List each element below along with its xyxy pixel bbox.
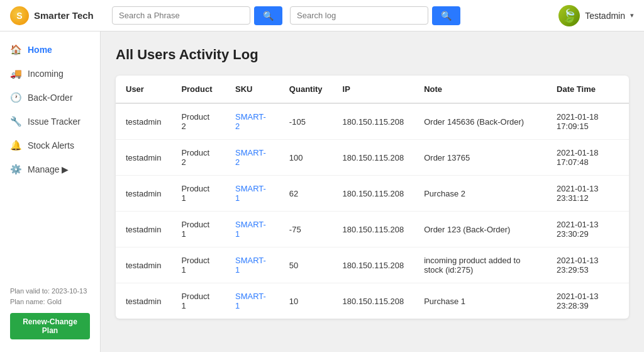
- cell-ip: 180.150.115.208: [333, 176, 414, 212]
- table-row: testadminProduct 2SMART-2100180.150.115.…: [116, 140, 629, 176]
- incoming-icon: 🚚: [10, 68, 21, 79]
- cell-user: testadmin: [116, 283, 171, 319]
- sidebar-item-incoming-label: Incoming: [28, 69, 64, 79]
- sidebar-item-home[interactable]: 🏠 Home: [0, 38, 100, 62]
- phrase-search-group: 🔍: [112, 6, 282, 25]
- issue-tracker-icon: 🔧: [10, 116, 21, 127]
- sidebar-item-stock-alerts-label: Stock Alerts: [28, 140, 74, 150]
- cell-note: Purchase 1: [414, 283, 547, 319]
- cell-quantity: 100: [279, 140, 333, 176]
- cell-sku[interactable]: SMART-1: [225, 283, 279, 319]
- sidebar-item-issue-tracker-label: Issue Tracker: [28, 116, 80, 127]
- col-header-product: Product: [171, 76, 225, 103]
- sidebar-bottom: Plan valid to: 2023-10-13 Plan name: Gol…: [0, 280, 100, 346]
- cell-product: Product 1: [171, 176, 225, 212]
- search-log-icon: 🔍: [441, 11, 452, 21]
- sidebar-item-manage-label: Manage ▶: [28, 164, 69, 174]
- cell-quantity: -105: [279, 103, 333, 140]
- cell-sku[interactable]: SMART-2: [225, 140, 279, 176]
- user-menu[interactable]: 🍃 Testadmin ▾: [558, 5, 634, 26]
- cell-quantity: 10: [279, 283, 333, 319]
- cell-user: testadmin: [116, 103, 171, 140]
- sku-link[interactable]: SMART-2: [235, 112, 266, 131]
- col-header-sku: SKU: [225, 76, 279, 103]
- cell-ip: 180.150.115.208: [333, 103, 414, 140]
- cell-datetime: 2021-01-18 17:09:15: [547, 103, 629, 140]
- cell-sku[interactable]: SMART-1: [225, 247, 279, 283]
- table-row: testadminProduct 1SMART-162180.150.115.2…: [116, 176, 629, 212]
- search-phrase-button[interactable]: 🔍: [254, 6, 282, 25]
- sku-link[interactable]: SMART-1: [235, 256, 266, 275]
- sidebar-item-home-label: Home: [28, 45, 52, 55]
- cell-note: incoming product added to stock (id:275): [414, 247, 547, 283]
- search-phrase-input[interactable]: [112, 6, 250, 25]
- sku-link[interactable]: SMART-1: [235, 184, 266, 203]
- main-content: All Users Activity Log User Product SKU …: [101, 31, 644, 352]
- sidebar-item-stock-alerts[interactable]: 🔔 Stock Alerts: [0, 133, 100, 157]
- cell-note: Order 145636 (Back-Order): [414, 103, 547, 140]
- table-row: testadminProduct 1SMART-110180.150.115.2…: [116, 283, 629, 319]
- cell-note: Order 123 (Back-Order): [414, 212, 547, 247]
- main-layout: 🏠 Home 🚚 Incoming 🕐 Back-Order 🔧 Issue T…: [0, 31, 644, 352]
- sidebar-item-incoming[interactable]: 🚚 Incoming: [0, 62, 100, 86]
- search-phrase-icon: 🔍: [263, 11, 274, 21]
- col-header-quantity: Quantity: [279, 76, 333, 103]
- sidebar-item-issue-tracker[interactable]: 🔧 Issue Tracker: [0, 110, 100, 133]
- sku-link[interactable]: SMART-1: [235, 220, 266, 239]
- sidebar-item-manage[interactable]: ⚙️ Manage ▶: [0, 157, 100, 181]
- manage-icon: ⚙️: [10, 164, 21, 175]
- cell-quantity: 50: [279, 247, 333, 283]
- table-row: testadminProduct 2SMART-2-105180.150.115…: [116, 103, 629, 140]
- activity-log-table: User Product SKU Quantity IP Note Date T…: [116, 76, 629, 319]
- cell-datetime: 2021-01-13 23:31:12: [547, 176, 629, 212]
- cell-product: Product 1: [171, 212, 225, 247]
- avatar: 🍃: [558, 5, 580, 26]
- log-search-group: 🔍: [290, 6, 460, 25]
- chevron-down-icon: ▾: [630, 11, 634, 20]
- cell-product: Product 2: [171, 103, 225, 140]
- stock-alerts-icon: 🔔: [10, 140, 21, 151]
- plan-valid-label: Plan valid to: 2023-10-13: [10, 286, 90, 297]
- cell-ip: 180.150.115.208: [333, 212, 414, 247]
- search-log-button[interactable]: 🔍: [432, 6, 460, 25]
- cell-sku[interactable]: SMART-1: [225, 212, 279, 247]
- cell-user: testadmin: [116, 212, 171, 247]
- cell-note: Purchase 2: [414, 176, 547, 212]
- renew-change-plan-button[interactable]: Renew-Change Plan: [10, 313, 90, 339]
- table-row: testadminProduct 1SMART-150180.150.115.2…: [116, 247, 629, 283]
- back-order-icon: 🕐: [10, 92, 21, 103]
- cell-ip: 180.150.115.208: [333, 247, 414, 283]
- table-body: testadminProduct 2SMART-2-105180.150.115…: [116, 103, 629, 319]
- logo-text: Smarter Tech: [34, 10, 94, 21]
- cell-user: testadmin: [116, 247, 171, 283]
- cell-product: Product 1: [171, 283, 225, 319]
- activity-log-table-card: User Product SKU Quantity IP Note Date T…: [116, 76, 629, 319]
- cell-datetime: 2021-01-13 23:29:53: [547, 247, 629, 283]
- cell-sku[interactable]: SMART-2: [225, 103, 279, 140]
- cell-datetime: 2021-01-13 23:28:39: [547, 283, 629, 319]
- sidebar-item-back-order-label: Back-Order: [28, 93, 73, 103]
- cell-user: testadmin: [116, 140, 171, 176]
- col-header-datetime: Date Time: [547, 76, 629, 103]
- page-title: All Users Activity Log: [116, 47, 629, 63]
- cell-datetime: 2021-01-13 23:30:29: [547, 212, 629, 247]
- table-header-row: User Product SKU Quantity IP Note Date T…: [116, 76, 629, 103]
- sidebar-item-back-order[interactable]: 🕐 Back-Order: [0, 86, 100, 110]
- table-row: testadminProduct 1SMART-1-75180.150.115.…: [116, 212, 629, 247]
- table-header: User Product SKU Quantity IP Note Date T…: [116, 76, 629, 103]
- cell-quantity: 62: [279, 176, 333, 212]
- sku-link[interactable]: SMART-1: [235, 292, 266, 310]
- search-log-input[interactable]: [290, 6, 428, 25]
- sku-link[interactable]: SMART-2: [235, 148, 266, 167]
- col-header-ip: IP: [333, 76, 414, 103]
- home-icon: 🏠: [10, 44, 21, 55]
- cell-user: testadmin: [116, 176, 171, 212]
- cell-product: Product 2: [171, 140, 225, 176]
- cell-ip: 180.150.115.208: [333, 283, 414, 319]
- cell-sku[interactable]: SMART-1: [225, 176, 279, 212]
- cell-quantity: -75: [279, 212, 333, 247]
- cell-ip: 180.150.115.208: [333, 140, 414, 176]
- col-header-note: Note: [414, 76, 547, 103]
- cell-product: Product 1: [171, 247, 225, 283]
- cell-datetime: 2021-01-18 17:07:48: [547, 140, 629, 176]
